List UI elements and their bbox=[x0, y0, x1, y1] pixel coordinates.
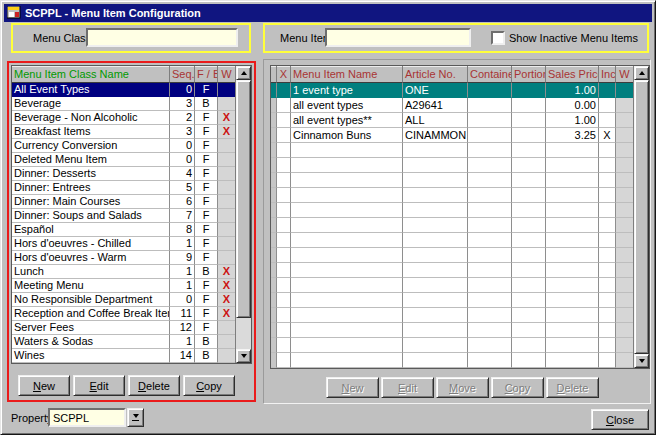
scrollbar-thumb[interactable] bbox=[634, 80, 649, 354]
menu-class-row[interactable]: Beverage - Non Alcoholic2FX bbox=[12, 111, 251, 125]
window-title: SCPPL - Menu Item Configuration bbox=[25, 7, 201, 19]
menu-item-row[interactable]: Cinnamon BunsCINAMMON3.25X bbox=[271, 128, 649, 143]
menu-item-scrollbar[interactable] bbox=[633, 66, 649, 368]
cell-x bbox=[277, 353, 291, 368]
menu-class-row[interactable]: Deleted Menu Item0F bbox=[12, 153, 251, 167]
cell-x bbox=[277, 158, 291, 173]
menu-class-row[interactable]: Dinner: Main Courses6F bbox=[12, 195, 251, 209]
scroll-down-button[interactable] bbox=[236, 349, 251, 363]
menu-class-row[interactable]: Reception and Coffee Break Items11FX bbox=[12, 307, 251, 321]
menu-class-row[interactable]: Español8F bbox=[12, 223, 251, 237]
menu-item-row-empty[interactable] bbox=[271, 188, 649, 203]
menu-class-row[interactable]: Waters & Sodas1B bbox=[12, 335, 251, 349]
menu-item-row[interactable]: 1 event typeONE1.00 bbox=[271, 83, 649, 98]
header-seq[interactable]: Seq. bbox=[170, 66, 195, 83]
header-portion[interactable]: Portion bbox=[512, 66, 546, 83]
menu-class-scrollbar[interactable] bbox=[235, 66, 251, 363]
menu-class-row[interactable]: Dinner: Entrees5F bbox=[12, 181, 251, 195]
cell-portion bbox=[512, 98, 546, 113]
menu-class-row[interactable]: Hors d'oeuvres - Chilled1F bbox=[12, 237, 251, 251]
cell-seq: 6 bbox=[170, 195, 195, 209]
cell-container bbox=[468, 233, 512, 248]
menu-item-row-empty[interactable] bbox=[271, 263, 649, 278]
menu-item-row-empty[interactable] bbox=[271, 308, 649, 323]
menu-item-row-empty[interactable] bbox=[271, 338, 649, 353]
cell-sales-price bbox=[546, 203, 599, 218]
cell-article-no: ALL bbox=[403, 113, 468, 128]
show-inactive-checkbox[interactable] bbox=[491, 31, 505, 45]
cell-w bbox=[616, 233, 633, 248]
menu-item-row-empty[interactable] bbox=[271, 278, 649, 293]
cell-item-name bbox=[291, 353, 403, 368]
menu-item-row-empty[interactable] bbox=[271, 203, 649, 218]
header-container[interactable]: Container bbox=[468, 66, 512, 83]
menu-item-row-empty[interactable] bbox=[271, 143, 649, 158]
menu-class-input[interactable] bbox=[86, 28, 238, 47]
cell-portion bbox=[512, 338, 546, 353]
menu-class-row[interactable]: Hors d'oeuvres - Warm9F bbox=[12, 251, 251, 265]
menu-class-row[interactable]: Wines14B bbox=[12, 349, 251, 363]
menu-item-row-empty[interactable] bbox=[271, 158, 649, 173]
cell-w bbox=[218, 237, 235, 251]
cell-sales-price bbox=[546, 143, 599, 158]
header-x[interactable]: X bbox=[277, 66, 291, 83]
cell-class-name: Dinner: Main Courses bbox=[12, 195, 170, 209]
item-delete-button[interactable]: Delete bbox=[546, 377, 599, 398]
button-label: New bbox=[341, 382, 363, 394]
header-inc[interactable]: Inc bbox=[599, 66, 616, 83]
cell-sales-price bbox=[546, 218, 599, 233]
menu-class-row[interactable]: Dinner: Soups and Salads7F bbox=[12, 209, 251, 223]
header-sales-price[interactable]: Sales Price bbox=[546, 66, 599, 83]
header-menu-item-name[interactable]: Menu Item Name bbox=[291, 66, 403, 83]
menu-item-row-empty[interactable] bbox=[271, 353, 649, 368]
menu-item-input[interactable] bbox=[325, 28, 471, 47]
class-copy-button[interactable]: Copy bbox=[183, 375, 235, 396]
menu-item-table-header: X Menu Item Name Article No. Container P… bbox=[271, 66, 649, 83]
property-dropdown-button[interactable] bbox=[127, 408, 144, 427]
cell-fb: F bbox=[195, 181, 218, 195]
menu-item-row-empty[interactable] bbox=[271, 233, 649, 248]
close-button[interactable]: Close bbox=[591, 409, 649, 430]
menu-class-row[interactable]: Dinner: Desserts4F bbox=[12, 167, 251, 181]
cell-w bbox=[616, 353, 633, 368]
property-field[interactable]: SCPPL bbox=[48, 408, 126, 427]
cell-seq: 1 bbox=[170, 279, 195, 293]
cell-portion bbox=[512, 278, 546, 293]
cell-fb: F bbox=[195, 307, 218, 321]
menu-class-row[interactable]: Server Fees12F bbox=[12, 321, 251, 335]
class-new-button[interactable]: New bbox=[18, 375, 70, 396]
menu-item-row[interactable]: all event typesA296410.00 bbox=[271, 98, 649, 113]
menu-class-row[interactable]: Lunch1BX bbox=[12, 265, 251, 279]
menu-item-row-empty[interactable] bbox=[271, 323, 649, 338]
header-article-no[interactable]: Article No. bbox=[403, 66, 468, 83]
menu-item-row[interactable]: all event types**ALL1.00 bbox=[271, 113, 649, 128]
header-fb[interactable]: F / B bbox=[195, 66, 218, 83]
item-copy-button[interactable]: Copy bbox=[491, 377, 544, 398]
menu-class-row[interactable]: Currency Conversion0F bbox=[12, 139, 251, 153]
menu-item-row-empty[interactable] bbox=[271, 293, 649, 308]
header-w[interactable]: W bbox=[218, 66, 235, 83]
class-edit-button[interactable]: Edit bbox=[73, 375, 125, 396]
menu-class-row[interactable]: No Responsible Department0FX bbox=[12, 293, 251, 307]
dropdown-arrow-icon bbox=[133, 414, 139, 418]
scroll-down-button[interactable] bbox=[634, 354, 649, 368]
scroll-up-button[interactable] bbox=[236, 66, 251, 80]
class-delete-button[interactable]: Delete bbox=[128, 375, 180, 396]
header-w[interactable]: W bbox=[616, 66, 633, 83]
menu-item-row-empty[interactable] bbox=[271, 218, 649, 233]
scrollbar-thumb[interactable] bbox=[236, 80, 251, 318]
menu-class-row[interactable]: Beverage3B bbox=[12, 97, 251, 111]
scroll-up-button[interactable] bbox=[634, 66, 649, 80]
menu-class-row[interactable]: Meeting Menu1FX bbox=[12, 279, 251, 293]
menu-item-row-empty[interactable] bbox=[271, 173, 649, 188]
menu-item-row-empty[interactable] bbox=[271, 248, 649, 263]
cell-x bbox=[277, 188, 291, 203]
header-menu-item-class-name[interactable]: Menu Item Class Name bbox=[12, 66, 170, 83]
cell-portion bbox=[512, 188, 546, 203]
item-new-button[interactable]: New bbox=[326, 377, 379, 398]
item-edit-button[interactable]: Edit bbox=[381, 377, 434, 398]
item-move-button[interactable]: Move bbox=[436, 377, 489, 398]
menu-class-row[interactable]: Breakfast Items3FX bbox=[12, 125, 251, 139]
menu-class-row[interactable]: All Event Types0F bbox=[12, 83, 251, 97]
menu-item-group: Menu Item Show Inactive Menu Items bbox=[263, 23, 649, 53]
